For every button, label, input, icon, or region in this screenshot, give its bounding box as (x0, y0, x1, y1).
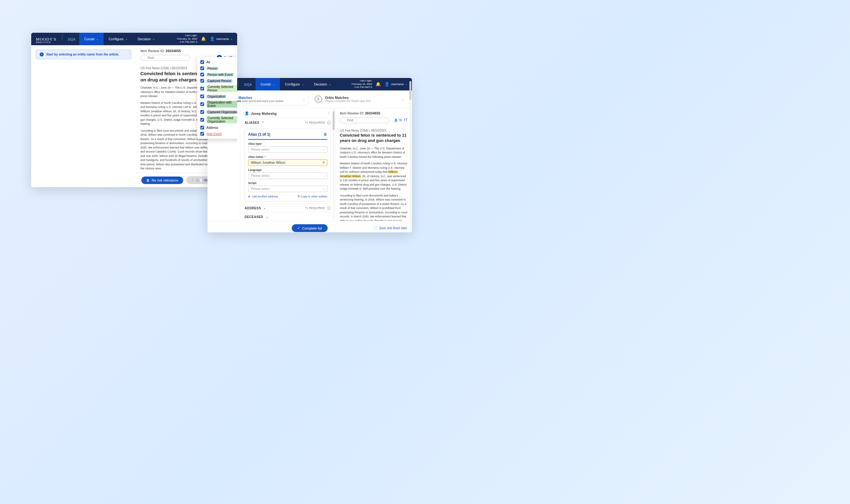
chevron-down-icon: ⌄ (402, 97, 404, 101)
divider (238, 80, 239, 86)
no-risk-button[interactable]: 🗑 No risk relevance (141, 177, 183, 184)
check-icon: ✓ (297, 226, 300, 230)
add-address-link[interactable]: ⊕ Add another address (248, 195, 278, 198)
brand-name: MOODY'S (36, 37, 56, 41)
topbar-right: Last Login: February 16, 2022 2:51 PM GM… (177, 34, 232, 44)
article-headline: Convicted felon is sentenced to 11 years… (340, 133, 408, 143)
item-review-id: Item Review ID: 26034655 (340, 111, 408, 115)
logo-section: MOODY'S ANALYTICS DQA (36, 35, 75, 43)
nav-tabs: Curate ⌄ Configure ⌄ Decision ⌄ (79, 33, 160, 45)
chevron-down-icon: ⌄ (96, 38, 99, 40)
user-menu[interactable]: 👤 Username ⌄ (210, 36, 232, 41)
clear-input-icon[interactable]: ✕ (322, 161, 325, 164)
match-steps: 1 Risk ID Matches 10 Matches were found … (208, 90, 412, 108)
nav-tab-decision[interactable]: Decision ⌄ (132, 33, 160, 45)
script-select[interactable]: Please select (248, 185, 327, 192)
top-bar: MOODY'S ANALYTICS DQA Curate ⌄ Configure… (208, 78, 412, 90)
chevron-down-icon: ⌄ (303, 97, 305, 101)
more-menu-icon[interactable]: ⋮ (327, 111, 331, 115)
chevron-down-icon: ⌄ (230, 37, 232, 40)
language-label: Language: (248, 168, 327, 172)
chevron-down-icon: ⌄ (329, 83, 331, 86)
window-curate-article: MOODY'S ANALYTICS DQA Curate ⌄ Configure… (31, 33, 237, 187)
filter-organization-with-event[interactable]: Organization with Event (197, 100, 237, 109)
chevron-down-icon: ⌄ (273, 83, 275, 86)
language-select[interactable]: Please select (248, 173, 327, 179)
plus-icon: ⊕ (248, 195, 251, 198)
find-input[interactable] (340, 117, 389, 123)
copy-icon: ⧉ (298, 195, 300, 198)
alias-name-label: Alias name: * (248, 155, 327, 159)
scrollbar[interactable] (409, 108, 411, 221)
item-review-id: Item Review ID: 26034655 (140, 49, 232, 53)
info-icon[interactable]: i (327, 206, 331, 210)
product-label: DQA (244, 83, 252, 86)
scrollbar[interactable] (333, 108, 335, 221)
step-number: 2 (315, 95, 322, 103)
user-icon: 👤 (210, 36, 215, 41)
info-banner: i Start by selecting an entity name from… (36, 50, 131, 59)
person-icon: 👤 (245, 111, 249, 115)
filter-currently-selected-person[interactable]: Currently Selected Person (197, 84, 237, 93)
filter-captured-organization[interactable]: Captured Organization (197, 109, 237, 115)
script-label: Script: (248, 181, 327, 185)
section-address[interactable]: ADDRESS ⌄ *1 i (245, 203, 331, 212)
filter-address[interactable]: Address (197, 124, 237, 131)
section-aliases[interactable]: ALIASES ⌃ *1 i (245, 118, 331, 127)
copy-entities-link[interactable]: ⧉ Copy to other entities (298, 195, 327, 198)
text-format-icon[interactable]: tT (404, 118, 408, 122)
bell-icon[interactable]: 🔔 (376, 82, 381, 86)
article-body: Charlotte, N.C., June 10 — The U.S. Depa… (340, 147, 408, 221)
article-pane: Item Review ID: 26034655 A ↻ tT US Fed N… (335, 108, 412, 221)
user-icon: 👤 (385, 82, 389, 86)
nav-tab-curate[interactable]: Curate ⌄ (255, 78, 280, 90)
chevron-down-icon: ⌄ (125, 38, 128, 40)
alias-card-title: Alias (1 of 1) (248, 132, 270, 137)
window-entity-review: MOODY'S ANALYTICS DQA Curate ⌄ Configure… (208, 78, 412, 232)
filter-risk-event[interactable]: Risk Event (197, 131, 237, 137)
save-icon: 📄 (374, 227, 377, 230)
filter-captured-person[interactable]: Captured Person (197, 78, 237, 84)
filter-currently-selected-organization[interactable]: Currently Selected Organization (197, 115, 237, 124)
alias-type-label: Alias type: (248, 142, 327, 145)
alias-name-input[interactable] (248, 159, 327, 166)
save-finish-link[interactable]: 📄 Save and finish later (374, 227, 407, 230)
filter-organization[interactable]: Organization (197, 93, 237, 100)
step-orbis-matches[interactable]: 2 Orbis Matches Please complete the Risk… (312, 93, 408, 105)
login-info: Last Login: February 16, 2022 2:51 PM GM… (352, 79, 372, 89)
product-label: DQA (68, 37, 75, 41)
nav-tab-configure[interactable]: Configure ⌄ (280, 78, 309, 90)
filter-dropdown[interactable]: All Person Person with Event Captured Pe… (197, 57, 237, 139)
find-input[interactable] (140, 55, 190, 61)
info-icon[interactable]: i (327, 121, 331, 124)
left-panel: i Start by selecting an entity name from… (31, 45, 136, 187)
annotate-icon[interactable]: A (395, 118, 397, 122)
check-icon: ✓ (191, 178, 194, 182)
nav-tab-curate[interactable]: Curate ⌄ (79, 33, 104, 45)
chevron-down-icon: ⌄ (302, 83, 304, 86)
info-icon: i (40, 52, 44, 56)
filter-all[interactable]: All (197, 59, 237, 65)
nav-tab-configure[interactable]: Configure ⌄ (104, 33, 132, 45)
bottom-bar: ✓ Complete list 📄 Save and finish later (208, 221, 412, 232)
bell-icon[interactable]: 🔔 (201, 36, 206, 41)
alias-type-select[interactable]: Please select (248, 146, 327, 153)
login-info: Last Login: February 16, 2022 2:51 PM GM… (177, 34, 197, 44)
chevron-down-icon: ⌄ (266, 216, 269, 219)
chevron-down-icon: ⌄ (405, 83, 407, 86)
nav-tab-decision[interactable]: Decision ⌄ (309, 78, 336, 90)
divider (62, 35, 63, 40)
section-deceased[interactable]: DECEASED ⌄ (245, 212, 331, 221)
filter-person-with-event[interactable]: Person with Event (197, 71, 237, 78)
complete-list-button[interactable]: ✓ Complete list (292, 224, 327, 232)
alias-card: Alias (1 of 1) 🗑 Alias type: Please sele… (245, 129, 331, 201)
history-icon[interactable]: ↻ (399, 118, 402, 122)
form-panel-header: 👤 Josep Maheshg ⋮ (245, 111, 331, 118)
filter-person[interactable]: Person (197, 65, 237, 71)
topbar-right: Last Login: February 16, 2022 2:51 PM GM… (352, 79, 407, 89)
chevron-down-icon: ⌄ (153, 38, 155, 40)
user-menu[interactable]: 👤 Username ⌄ (385, 82, 407, 86)
delete-alias-icon[interactable]: 🗑 (323, 132, 327, 137)
nav-tabs: Curate ⌄ Configure ⌄ Decision ⌄ (255, 78, 336, 90)
chevron-down-icon: ⌄ (263, 206, 266, 210)
